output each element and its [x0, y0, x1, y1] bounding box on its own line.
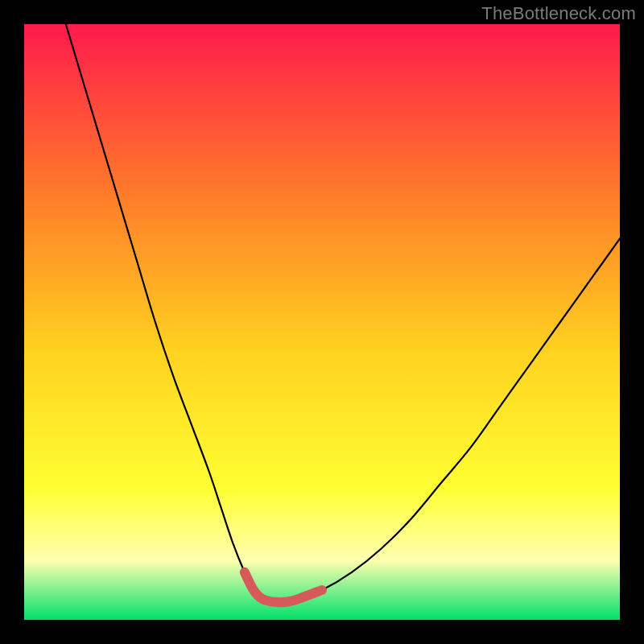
chart-frame: TheBottleneck.com	[0, 0, 644, 644]
bottleneck-chart	[24, 24, 620, 620]
plot-area	[24, 24, 620, 620]
gradient-background	[24, 24, 620, 620]
watermark-text: TheBottleneck.com	[481, 3, 636, 24]
